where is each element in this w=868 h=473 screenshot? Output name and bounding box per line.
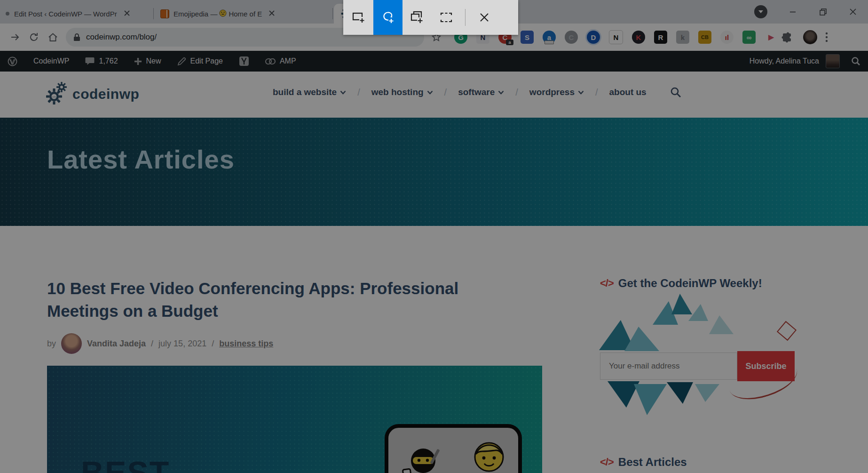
tab-title: Home of E bbox=[229, 10, 262, 18]
svg-text:</>: </> bbox=[52, 96, 56, 98]
link-icon bbox=[265, 58, 276, 64]
tab-emojipedia[interactable]: Emojipedia — Home of E bbox=[155, 4, 331, 24]
forward-icon[interactable] bbox=[6, 28, 24, 47]
chevron-down-icon bbox=[578, 90, 584, 95]
featured-image-text: BEST bbox=[81, 454, 170, 473]
a-assistant-ext-icon[interactable]: a bbox=[543, 31, 556, 44]
subscribe-button[interactable]: Subscribe bbox=[737, 351, 795, 381]
yoast-seo-icon bbox=[239, 56, 249, 66]
admin-avatar[interactable] bbox=[826, 54, 840, 68]
pencil-icon bbox=[177, 57, 186, 66]
admin-site-name[interactable]: CodeinWP bbox=[33, 57, 69, 65]
nav-separator: / bbox=[595, 87, 598, 98]
play-red-ext-icon[interactable]: ▶ bbox=[765, 31, 778, 44]
nav-about-us[interactable]: about us bbox=[609, 87, 647, 97]
wp-admin-bar: CodeinWP 1,762 New Edit Page AMP Howdy, … bbox=[0, 51, 868, 72]
page-title: Latest Articles bbox=[47, 144, 235, 175]
tab-close-icon[interactable] bbox=[268, 10, 275, 18]
newsletter-heading: </> Get the CodeinWP Weekly! bbox=[600, 277, 762, 290]
emoji-card-graphic bbox=[385, 424, 522, 473]
by-label: by bbox=[47, 339, 56, 349]
fullscreen-snip-button[interactable] bbox=[432, 0, 461, 35]
window-controls bbox=[754, 0, 868, 24]
tab-close-icon[interactable] bbox=[124, 10, 130, 18]
profile-avatar[interactable] bbox=[803, 30, 817, 44]
tab-divider bbox=[153, 8, 154, 19]
byline-separator: / bbox=[151, 339, 153, 349]
wp-logo-menu[interactable] bbox=[8, 56, 17, 66]
paper-plane-icon bbox=[777, 321, 797, 341]
admin-edit-page-button[interactable]: Edit Page bbox=[177, 57, 223, 66]
notion-icon[interactable]: N bbox=[609, 30, 623, 44]
site-search-icon[interactable] bbox=[670, 87, 681, 98]
plus-icon bbox=[134, 57, 142, 65]
gray-ext-icon[interactable]: C bbox=[565, 31, 578, 44]
admin-comments[interactable]: 1,762 bbox=[85, 57, 118, 65]
infinity-green-ext-icon[interactable]: ∞ bbox=[742, 31, 756, 44]
category-link[interactable]: business tips bbox=[219, 339, 273, 349]
freeform-snip-button[interactable] bbox=[373, 0, 402, 35]
logo-text: codeinwp bbox=[72, 86, 139, 102]
toolbar-separator bbox=[465, 9, 466, 26]
tab-divider bbox=[332, 8, 333, 19]
rectangular-snip-button[interactable] bbox=[344, 0, 373, 35]
tab-search-button[interactable] bbox=[754, 5, 767, 18]
featured-image[interactable]: BEST bbox=[47, 366, 542, 473]
author-name-link[interactable]: Vandita Jadeja bbox=[87, 339, 146, 349]
home-icon[interactable] bbox=[43, 28, 62, 47]
admin-amp-button[interactable]: AMP bbox=[265, 57, 296, 65]
chevron-down-icon bbox=[427, 90, 433, 95]
comment-bubble-icon bbox=[85, 57, 95, 65]
nav-separator: / bbox=[357, 87, 360, 98]
lock-icon bbox=[73, 33, 80, 41]
chevron-down-icon bbox=[340, 90, 346, 95]
nav-build-a-website[interactable]: build a website bbox=[273, 87, 346, 97]
admin-search-icon[interactable] bbox=[851, 56, 860, 66]
minimize-button[interactable] bbox=[778, 0, 808, 24]
post-title-link[interactable]: 10 Best Free Video Conferencing Apps: Pr… bbox=[47, 277, 484, 323]
rank-chart-ext-icon[interactable]: ıl bbox=[720, 31, 734, 44]
k-red-ext-icon[interactable]: K bbox=[632, 31, 645, 44]
nav-wordpress[interactable]: wordpress bbox=[529, 87, 584, 97]
code-accent-icon: </> bbox=[600, 456, 614, 468]
best-articles-heading: </> Best Articles bbox=[600, 456, 687, 469]
nav-separator: / bbox=[515, 87, 518, 98]
nav-software[interactable]: software bbox=[458, 87, 504, 97]
gears-logo-icon: </> bbox=[46, 82, 69, 106]
nav-web-hosting[interactable]: web hosting bbox=[371, 87, 433, 97]
ninja-emoji-icon bbox=[401, 445, 444, 473]
restore-button[interactable] bbox=[808, 0, 838, 24]
url-text[interactable]: codeinwp.com/blog/ bbox=[86, 32, 157, 42]
reload-icon[interactable] bbox=[24, 28, 43, 47]
post-date: july 15, 2021 bbox=[158, 339, 206, 349]
close-window-button[interactable] bbox=[838, 0, 868, 24]
admin-new-button[interactable]: New bbox=[134, 57, 161, 65]
code-accent-icon: </> bbox=[600, 277, 614, 289]
post-byline: by Vandita Jadeja / july 15, 2021 / busi… bbox=[47, 333, 273, 354]
r-black-ext-icon[interactable]: R bbox=[654, 31, 667, 44]
snip-close-button[interactable] bbox=[470, 0, 499, 35]
howdy-greeting[interactable]: Howdy, Adelina Tuca bbox=[750, 57, 819, 65]
d-blue-ext-icon[interactable]: D bbox=[587, 31, 600, 44]
tab-title: Edit Post ‹ CodeinWP — WordPr bbox=[14, 10, 117, 18]
hero-banner: Latest Articles bbox=[0, 118, 868, 226]
browser-menu-dots-icon[interactable] bbox=[817, 28, 836, 47]
nav-separator: / bbox=[444, 87, 447, 98]
codeinwp-logo[interactable]: </> codeinwp bbox=[46, 82, 139, 106]
book-favicon-icon bbox=[160, 9, 169, 18]
cb-gold-ext-icon[interactable]: CB bbox=[698, 31, 711, 44]
tab-edit-post[interactable]: Edit Post ‹ CodeinWP — WordPr bbox=[0, 4, 152, 24]
newsletter-form: Subscribe bbox=[600, 353, 795, 381]
admin-yoast-button[interactable] bbox=[239, 56, 249, 66]
main-navigation: build a website / web hosting / software… bbox=[273, 83, 681, 102]
email-input[interactable] bbox=[600, 353, 737, 380]
blond-person-emoji-icon bbox=[469, 438, 509, 473]
site-header: </> codeinwp bbox=[0, 72, 868, 118]
window-snip-button[interactable] bbox=[402, 0, 432, 35]
extensions-puzzle-icon[interactable] bbox=[778, 28, 797, 47]
s-blue-ext-icon[interactable]: S bbox=[521, 31, 534, 44]
comments-count: 1,762 bbox=[99, 57, 118, 65]
k-disabled-ext-icon[interactable]: k bbox=[676, 31, 689, 44]
author-avatar[interactable] bbox=[61, 333, 82, 354]
snip-toolbar bbox=[343, 0, 518, 35]
